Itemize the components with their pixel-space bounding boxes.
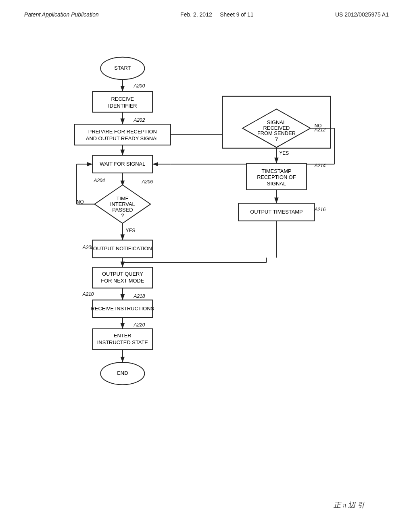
flowchart: START A200 RECEIVE IDENTIFIER A202 PREPA… [24, 44, 389, 500]
enter-state-text1: ENTER [114, 332, 131, 339]
prepare-text1: PREPARE FOR RECEPTION [88, 129, 157, 135]
end-label: END [117, 370, 128, 376]
signal-received-text1: SIGNAL [267, 119, 286, 125]
a210-ref: A210 [82, 291, 94, 297]
a218-ref: A218 [133, 293, 145, 299]
time-interval-text4: ? [121, 212, 124, 218]
enter-state-text2: INSTRUCTED STATE [97, 339, 148, 345]
header-patent: US 2012/0025975 A1 [335, 11, 389, 18]
receive-identifier-text1: RECEIVE [111, 96, 134, 102]
a214-ref: A214 [314, 163, 326, 168]
timestamp-text1: TIMESTAMP [261, 168, 291, 174]
output-query-text1: OUTPUT QUERY [102, 271, 143, 277]
yes-label-a206: YES [126, 228, 136, 233]
header-date-sheet: Feb. 2, 2012 Sheet 9 of 11 [180, 11, 253, 18]
a208-ref: A208 [82, 245, 94, 250]
yes-label-a212: YES [279, 150, 289, 156]
start-label: START [114, 65, 131, 71]
a216-ref: A216 [314, 207, 326, 212]
signal-received-text4: ? [275, 136, 278, 142]
timestamp-text2: RECEPTION OF [257, 174, 296, 180]
a202-ref: A202 [133, 117, 145, 123]
header-date: Feb. 2, 2012 [180, 11, 212, 18]
wait-signal-text: WAIT FOR SIGNAL [100, 161, 145, 167]
a220-ref: A220 [133, 322, 145, 328]
page-header: Patent Application Publication Feb. 2, 2… [24, 11, 389, 18]
timestamp-text3: SIGNAL [267, 181, 286, 187]
a200-ref: A200 [133, 83, 145, 89]
receive-identifier-text2: IDENTIFIER [108, 103, 137, 109]
no-label-a206: NO [77, 199, 84, 205]
a206-ref: A206 [141, 179, 153, 185]
time-interval-text1: TIME [116, 195, 129, 202]
signal-received-text2: RECEIVED [263, 125, 290, 131]
output-query-text2: FOR NEXT MODE [101, 278, 144, 284]
prepare-text2: AND OUTPUT READY SIGNAL [86, 135, 159, 141]
header-sheet: Sheet 9 of 11 [220, 11, 253, 18]
output-timestamp-text: OUTPUT TIMESTAMP [250, 209, 302, 215]
output-notification-text: OUTPUT NOTIFICATION [93, 245, 152, 251]
signal-received-text3: FROM SENDER [257, 130, 296, 136]
a204-ref: A204 [93, 178, 105, 183]
time-interval-text2: INTERVAL [110, 201, 135, 207]
watermark: 正 π 辺 引 [334, 500, 365, 510]
no-label-a212: NO [315, 123, 322, 129]
header-publication: Patent Application Publication [24, 11, 99, 18]
receive-instructions-text: RECEIVE INSTRUCTIONS [91, 305, 154, 312]
time-interval-text3: PASSED [112, 207, 133, 213]
